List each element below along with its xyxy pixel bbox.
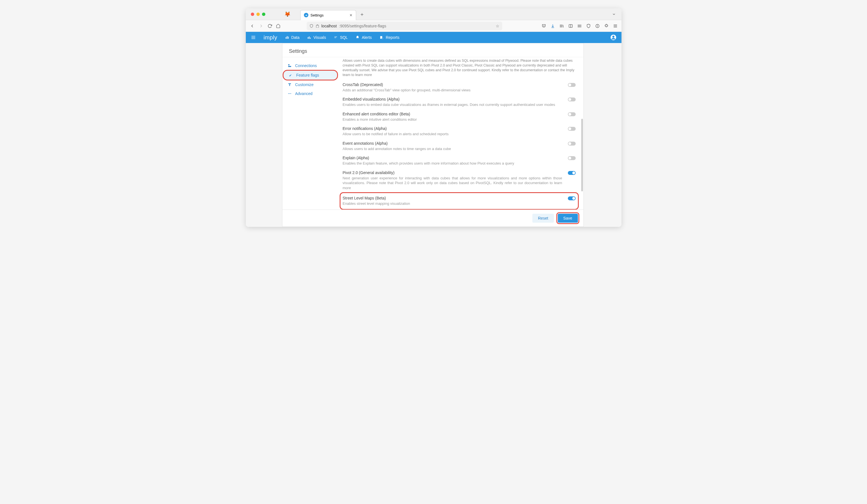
shield-icon[interactable] [310,24,313,28]
toolbar-actions [542,24,618,28]
flag-toggle[interactable] [568,97,576,101]
extensions-icon[interactable] [604,24,609,28]
svg-rect-22 [288,36,289,39]
window-controls [249,13,268,16]
brand-logo[interactable]: imply [264,34,277,41]
flag-toggle[interactable] [568,127,576,131]
sidebar-item-feature-flags[interactable]: Feature flags [283,71,337,79]
svg-rect-23 [308,37,308,39]
maximize-window-button[interactable] [262,13,265,16]
sidebar-item-connections[interactable]: Connections [282,61,338,70]
settings-sidebar: Connections Feature flags Customize Adva… [282,57,338,210]
flag-title: Error notifications (Alpha) [343,126,562,131]
flag-toggle[interactable] [568,142,576,146]
onepassword-icon[interactable] [595,24,600,28]
flag-toggle[interactable] [568,112,576,116]
ublock-icon[interactable] [586,24,591,28]
pocket-icon[interactable] [542,24,546,28]
flag-description: Enables street level mapping visualizati… [343,201,562,206]
content-area: Settings Connections Feature flags Custo… [246,43,621,227]
flag-description: Enables the Explain feature, which provi… [343,161,562,166]
feature-flag-row: Error notifications (Alpha) Allow users … [343,124,576,139]
downloads-icon[interactable] [550,24,555,28]
flag-toggle[interactable] [568,171,576,175]
browser-tab[interactable]: ➜ Settings ✕ [300,10,356,20]
sidebar-item-label: Customize [295,83,314,87]
library-icon[interactable] [559,24,564,28]
svg-rect-20 [286,37,286,39]
svg-rect-25 [310,38,311,39]
connections-icon [287,64,292,68]
sidebar-item-label: Feature flags [296,73,319,77]
flag-toggle[interactable] [568,156,576,160]
save-button[interactable]: Save [558,214,578,223]
nav-data[interactable]: Data [285,35,300,40]
menu-icon[interactable] [613,24,618,28]
feature-flag-row: Enhanced alert conditions editor (Beta) … [343,109,576,124]
tabs-dropdown-icon[interactable] [609,12,619,16]
feature-flag-row: Street Level Maps (Beta) Enables street … [341,193,578,209]
flag-description: Adds an additional "CrossTab" view optio… [343,88,562,93]
feature-flag-row: Explain (Alpha) Enables the Explain feat… [343,153,576,168]
url-host: localhost [321,24,337,28]
svg-point-29 [382,38,383,39]
svg-line-5 [563,25,563,28]
scrollbar[interactable] [581,119,583,191]
flag-description: Enables users to embed data cube visuali… [343,102,562,107]
reload-button[interactable] [268,24,272,28]
address-bar[interactable]: localhost:9095/settings/feature-flags ☆ [307,22,502,30]
minimize-window-button[interactable] [256,13,260,16]
flag-title: Enhanced alert conditions editor (Beta) [343,112,562,116]
flag-description: Enables a more intuitive alert condition… [343,117,562,122]
browser-toolbar: localhost:9095/settings/feature-flags ☆ [246,20,621,32]
svg-rect-32 [288,64,289,65]
tab-title: Settings [311,13,324,17]
flag-toggle[interactable] [568,196,576,200]
nav-reports[interactable]: Reports [379,35,399,40]
flag-description: Allow users to be notified of failure in… [343,131,562,137]
feature-flag-row: Embedded visualizations (Alpha) Enables … [343,95,576,109]
lock-icon[interactable] [315,24,319,28]
browser-tab-bar: 🦊 ➜ Settings ✕ ＋ [246,8,621,20]
sidebar-item-customize[interactable]: Customize [282,80,338,89]
flag-description: Allows users to add annotation notes to … [343,147,562,151]
app-header: imply Data Visuals SQL Alerts Reports [246,32,621,43]
svg-rect-35 [289,84,290,86]
svg-point-36 [288,93,289,94]
feature-flag-row: Event annotations (Alpha) Allows users t… [343,139,576,154]
firefox-icon: 🦊 [284,11,290,17]
sidebar-icon[interactable] [568,24,573,28]
forward-button[interactable] [259,23,264,29]
grid-icon[interactable] [577,24,582,28]
tab-favicon: ➜ [304,13,308,17]
footer-actions: Reset Save [282,210,584,227]
feature-flags-main: Allows users to create data cubes with d… [338,57,584,210]
svg-point-31 [612,36,614,38]
new-tab-button[interactable]: ＋ [360,11,364,18]
hamburger-icon[interactable] [251,35,256,40]
browser-window: 🦊 ➜ Settings ✕ ＋ localhost:9095/settings… [246,8,621,227]
sidebar-item-advanced[interactable]: Advanced [282,89,338,98]
nav-alerts[interactable]: Alerts [355,35,372,40]
nav-visuals[interactable]: Visuals [307,35,326,40]
flag-title: Street Level Maps (Beta) [343,196,562,200]
flag-title: Event annotations (Alpha) [343,141,562,146]
close-window-button[interactable] [251,13,254,16]
close-tab-icon[interactable]: ✕ [350,13,353,17]
nav-sql[interactable]: SQL [334,35,348,40]
reset-button[interactable]: Reset [532,214,554,223]
back-button[interactable] [250,23,255,29]
svg-rect-34 [288,83,291,84]
home-button[interactable] [276,24,280,28]
svg-rect-0 [316,25,319,28]
feature-flag-row: CrossTab (Deprecated) Adds an additional… [343,80,576,95]
bookmark-star-icon[interactable]: ☆ [496,24,500,28]
account-icon[interactable] [610,34,617,41]
svg-rect-33 [288,66,291,67]
svg-rect-24 [309,36,310,39]
flag-title: Explain (Alpha) [343,156,562,160]
flag-toggle[interactable] [568,83,576,87]
sidebar-item-label: Advanced [295,92,312,96]
wrench-icon [289,73,293,77]
svg-rect-21 [287,36,287,39]
